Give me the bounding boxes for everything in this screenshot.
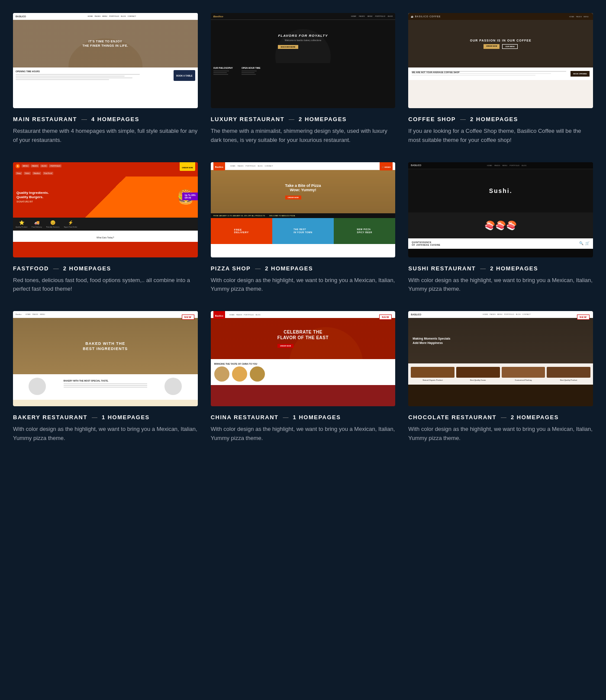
card-desc-main: Restaurant theme with 4 homepages with s… [13,127,198,145]
dash-china: — [283,414,289,421]
card-subtitle-sushi: 2 HOMEPAGES [490,265,538,272]
card-grid: BASILICO HOME PAGES MENU PORTFOLIO BLOG … [13,13,593,443]
card-title-sushi: SUSHI RESTAURANT [408,265,476,272]
card-subtitle-fastfood: 2 HOMEPAGES [63,265,111,272]
card-image-chocolate[interactable]: NEW BASILICO HOME PAGES MENU PORTFOLIO B… [408,311,593,406]
card-subtitle-chocolate: 2 HOMEPAGES [511,414,559,421]
card-desc-luxury: The theme with a minimalist, shimmering … [211,127,396,145]
card-subtitle-pizza: 2 HOMEPAGES [265,265,313,272]
dash-bakery: — [92,414,97,421]
card-pizza-shop: Basilico HOME PAGES PORTFOLIO BLOG CONTA… [211,162,396,294]
card-title-row-main: MAIN RESTAURANT — 4 HOMEPAGES [13,116,198,122]
card-image-luxury[interactable]: Basilico HOME PAGES MENU PORTFOLIO BLOG … [211,13,396,108]
dash-sushi: — [480,265,486,272]
dash-chocolate: — [501,414,506,421]
card-title-row-sushi: SUSHI RESTAURANT — 2 HOMEPAGES [408,265,593,272]
card-subtitle-luxury: 2 HOMEPAGES [299,116,347,122]
card-luxury-restaurant: Basilico HOME PAGES MENU PORTFOLIO BLOG … [211,13,396,145]
card-title-row-coffee: COFFEE SHOP — 2 HOMEPAGES [408,116,593,122]
card-main-restaurant: BASILICO HOME PAGES MENU PORTFOLIO BLOG … [13,13,198,145]
dash-fastfood: — [53,265,59,272]
dash-pizza: — [255,265,261,272]
card-title-pizza: PIZZA SHOP [211,265,251,272]
card-sushi-restaurant: BASILICO HOME PAGES MENU PORTFOLIO BLOG … [408,162,593,294]
card-title-main: MAIN RESTAURANT [13,116,77,122]
card-subtitle-main: 4 HOMEPAGES [91,116,139,122]
card-chocolate-restaurant: NEW BASILICO HOME PAGES MENU PORTFOLIO B… [408,311,593,443]
card-desc-pizza: With color design as the highlight, we w… [211,276,396,294]
card-title-row-pizza: PIZZA SHOP — 2 HOMEPAGES [211,265,396,272]
card-subtitle-bakery: 1 HOMEPAGES [102,414,150,421]
card-title-china: CHINA RESTAURANT [211,414,279,421]
card-title-row-fastfood: FASTFOOD — 2 HOMEPAGES [13,265,198,272]
card-desc-china: With color design as the highlight, we w… [211,425,396,443]
card-desc-sushi: With color design as the highlight, we w… [408,276,593,294]
card-fastfood: B MENUPAGESBLOGPORTFOLIO ORDER NOW Easy … [13,162,198,294]
card-image-main-restaurant[interactable]: BASILICO HOME PAGES MENU PORTFOLIO BLOG … [13,13,198,108]
card-desc-fastfood: Red tones, delicious fast food, food opt… [13,276,198,294]
card-title-coffee: COFFEE SHOP [408,116,456,122]
card-title-row-bakery: BAKERY RESTAURANT — 1 HOMEPAGES [13,414,198,421]
card-title-luxury: LUXURY RESTAURANT [211,116,284,122]
card-desc-chocolate: With color design as the highlight, we w… [408,425,593,443]
card-desc-coffee: If you are looking for a Coffee Shop the… [408,127,593,145]
dash-main: — [81,116,87,122]
new-badge-bakery: NEW [182,315,194,320]
card-title-row-luxury: LUXURY RESTAURANT — 2 HOMEPAGES [211,116,396,122]
card-title-row-china: CHINA RESTAURANT — 1 HOMEPAGES [211,414,396,421]
card-image-coffee[interactable]: ☕ BASILICO COFFEE HOME PAGES MENU OUR PA… [408,13,593,108]
card-image-fastfood[interactable]: B MENUPAGESBLOGPORTFOLIO ORDER NOW Easy … [13,162,198,257]
card-image-china[interactable]: NEW Basilico HOME PAGES PORTFOLIO BLOG C… [211,311,396,406]
card-title-bakery: BAKERY RESTAURANT [13,414,87,421]
dash-luxury: — [289,116,294,122]
card-desc-bakery: With color design as the highlight, we w… [13,425,198,443]
card-china-restaurant: NEW Basilico HOME PAGES PORTFOLIO BLOG C… [211,311,396,443]
card-coffee-shop: ☕ BASILICO COFFEE HOME PAGES MENU OUR PA… [408,13,593,145]
card-bakery-restaurant: NEW Basilico HOME PAGES MENU BAKED WITH … [13,311,198,443]
card-title-fastfood: FASTFOOD [13,265,49,272]
card-image-sushi[interactable]: BASILICO HOME PAGES MENU PORTFOLIO BLOG … [408,162,593,257]
new-badge-china: NEW [379,315,392,320]
new-badge-chocolate: NEW [577,315,590,320]
dash-coffee: — [460,116,466,122]
card-subtitle-coffee: 2 HOMEPAGES [470,116,518,122]
card-title-row-chocolate: CHOCOLATE RESTAURANT — 2 HOMEPAGES [408,414,593,421]
card-subtitle-china: 1 HOMEPAGES [293,414,341,421]
card-title-chocolate: CHOCOLATE RESTAURANT [408,414,496,421]
card-image-bakery[interactable]: NEW Basilico HOME PAGES MENU BAKED WITH … [13,311,198,406]
card-image-pizza[interactable]: Basilico HOME PAGES PORTFOLIO BLOG CONTA… [211,162,396,257]
